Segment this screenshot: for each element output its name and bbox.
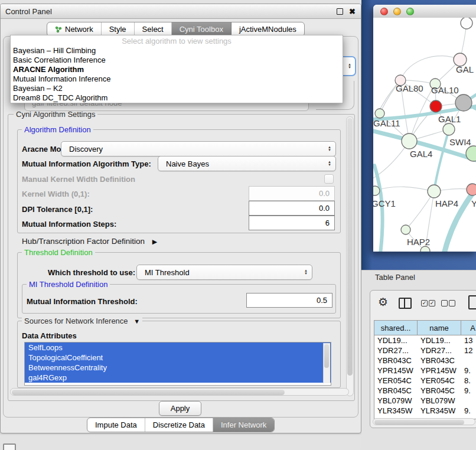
algorithm-option-basic-correlation-inference[interactable]: Basic Correlation Inference — [11, 56, 343, 65]
network-node-label: HAP2 — [407, 237, 430, 247]
mi-threshold-field[interactable]: 0.5 — [246, 293, 332, 308]
network-node-label: HAP4 — [435, 198, 458, 208]
control-panel-title: Control Panel — [1, 7, 337, 16]
kernel-width-label: Kernel Width (0,1): — [22, 190, 90, 198]
table-row[interactable]: YBR043CYBR043C — [374, 356, 476, 366]
table-cell: YPR145W — [418, 366, 461, 375]
table-horizontal-scrollbar-thumb[interactable] — [374, 420, 464, 425]
network-node[interactable] — [420, 246, 430, 252]
kernel-width-field[interactable]: 0.0 — [249, 186, 335, 201]
float-window-icon[interactable] — [337, 8, 343, 15]
select-all-columns-icon[interactable]: ✓ — [421, 300, 428, 306]
stepper-icon: ▲▼ — [304, 269, 308, 276]
network-node-label: GAL80 — [396, 83, 423, 93]
network-node[interactable] — [430, 100, 442, 112]
data-attribute-option-selfloops[interactable]: SelfLoops — [25, 343, 331, 353]
data-attribute-option-betweennesscentrality[interactable]: BetweennessCentrality — [25, 363, 331, 373]
network-node-hap4[interactable] — [428, 185, 441, 198]
network-node[interactable] — [461, 18, 472, 29]
table-horizontal-scrollbar — [373, 418, 475, 425]
network-node-gal4[interactable] — [402, 133, 417, 149]
table-row[interactable]: YLR345WYLR345W9. — [374, 406, 476, 416]
data-attribute-option-topologicalcoefficient[interactable]: TopologicalCoefficient — [25, 353, 331, 363]
network-edge[interactable] — [373, 130, 476, 164]
algorithm-option-dream8-dc-tdc-algorithm[interactable]: Dream8 DC_TDC Algorithm — [11, 93, 343, 103]
threshold-definition-title: Threshold Definition — [22, 248, 95, 257]
network-edge[interactable] — [400, 56, 460, 80]
algorithm-option-aracne-algorithm[interactable]: ARACNE Algorithm — [11, 65, 343, 74]
network-edge[interactable] — [434, 129, 449, 191]
mi-steps-field[interactable]: 6 — [249, 216, 335, 230]
column-header-shared-[interactable]: shared... — [374, 321, 418, 335]
tab-discretize-data[interactable]: Discretize Data — [145, 418, 213, 432]
tab-label: jActiveMNodules — [239, 25, 296, 34]
table-cell: 8. — [461, 376, 476, 385]
network-edge[interactable] — [375, 187, 434, 191]
list-vertical-scrollbar-thumb[interactable] — [324, 344, 329, 368]
dpi-tolerance-field[interactable]: 0.0 — [249, 201, 335, 216]
table-row[interactable]: YBL079WYBL079W — [374, 396, 476, 406]
mi-steps-label: Mutual Information Steps: — [22, 220, 116, 229]
table-row[interactable]: YPR145WYPR145W9. — [374, 366, 476, 376]
network-node-gcy1[interactable] — [373, 186, 380, 195]
tab-jactivemnodules[interactable]: jActiveMNodules — [232, 22, 304, 36]
close-panel-icon[interactable]: ✖ — [349, 7, 356, 16]
algorithm-option-mutual-information-inference[interactable]: Mutual Information Inference — [11, 74, 343, 84]
expanded-arrow-icon[interactable]: ▼ — [133, 318, 140, 325]
network-canvas[interactable]: GALGAL80GAL10GAL1GAL11GAL4SWI4GCY1HAP4YH… — [373, 18, 476, 252]
settings-vertical-scrollbar-thumb[interactable] — [347, 118, 353, 376]
algorithm-option-bayesian-hill-climbing[interactable]: Bayesian – Hill Climbing — [11, 46, 343, 56]
which-threshold-combo[interactable]: MI Threshold ▲▼ — [136, 265, 312, 280]
table-cell: 13 — [461, 336, 476, 345]
apply-button[interactable]: Apply — [159, 401, 201, 416]
mi-steps-value: 6 — [325, 219, 330, 227]
network-node-gal1[interactable] — [443, 123, 455, 135]
network-edge[interactable] — [374, 165, 383, 252]
collapsed-arrow-icon[interactable]: ▶ — [152, 238, 157, 245]
table-cell: YLR345W — [418, 406, 461, 415]
network-edge[interactable] — [406, 191, 434, 230]
tab-select[interactable]: Select — [135, 22, 172, 36]
table-options-gear-icon[interactable]: ⚙ — [378, 295, 388, 309]
hub-definition-expander[interactable]: Hub/Transcription Factor Definition ▶ — [22, 237, 157, 246]
table-row[interactable]: YDL19...YDL19...13 — [374, 335, 476, 345]
tab-cyni-toolbox[interactable]: Cyni Toolbox — [172, 22, 232, 36]
sources-expander[interactable]: Sources for Network Inference ▼ — [22, 317, 142, 325]
tab-impute-data[interactable]: Impute Data — [87, 418, 145, 432]
network-node-hap2[interactable] — [401, 225, 410, 234]
algorithm-option-bayesian-k2[interactable]: Bayesian – K2 — [11, 84, 343, 93]
aracne-mode-combo[interactable]: Discovery ▲▼ — [61, 141, 336, 156]
tab-style[interactable]: Style — [102, 22, 135, 36]
table-cell: YDR27... — [418, 346, 461, 355]
cyni-bottom-tabbar: Impute DataDiscretize DataInfer Network — [87, 418, 275, 432]
table-row[interactable]: YDR27...YDR27...12 — [374, 345, 476, 356]
tab-infer-network[interactable]: Infer Network — [213, 418, 274, 432]
tab-network[interactable]: Network — [47, 22, 102, 36]
settings-horizontal-scrollbar-thumb[interactable] — [12, 390, 285, 395]
network-node-gal11[interactable] — [375, 109, 384, 118]
table-cell: YBR043C — [418, 356, 461, 365]
column-header-a[interactable]: A — [461, 321, 476, 335]
table-row[interactable]: YBR045CYBR045C9. — [374, 386, 476, 396]
manual-kernel-checkbox[interactable] — [324, 174, 334, 184]
network-node[interactable] — [455, 94, 472, 111]
function-builder-icon[interactable] — [468, 295, 476, 309]
table-row[interactable]: YER054CYER054C8. — [374, 376, 476, 386]
tab-label: Style — [109, 25, 126, 34]
network-node-y[interactable] — [467, 184, 476, 195]
tab-label: Discretize Data — [153, 420, 205, 429]
zoom-window-button[interactable] — [406, 8, 414, 15]
deselect-all-columns-icon[interactable] — [441, 300, 448, 306]
column-header-name[interactable]: name — [418, 321, 461, 335]
select-all-columns-icon-2[interactable]: ✓ — [429, 300, 435, 306]
data-attributes-list: SelfLoopsTopologicalCoefficientBetweenne… — [24, 342, 331, 386]
mi-type-combo[interactable]: Naive Bayes ▲▼ — [158, 156, 336, 171]
taskbar-window-icon[interactable] — [3, 444, 16, 450]
network-node-label: GCY1 — [373, 198, 396, 208]
show-columns-icon[interactable] — [399, 298, 412, 309]
close-window-button[interactable] — [380, 8, 388, 15]
data-attribute-option-gal4rgexp[interactable]: gal4RGexp — [25, 373, 331, 383]
minimize-window-button[interactable] — [393, 8, 401, 15]
deselect-all-columns-icon-2[interactable] — [449, 300, 455, 306]
network-window-titlebar[interactable] — [373, 5, 476, 18]
